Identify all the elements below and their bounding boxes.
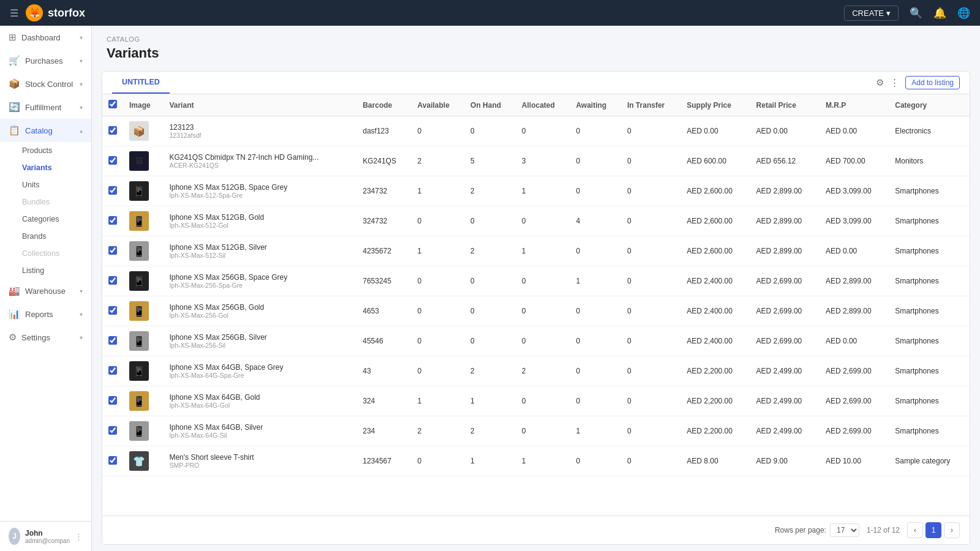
sidebar-item-catalog[interactable]: 📋 Catalog ▴	[0, 119, 91, 142]
in-transfer: 0	[621, 326, 680, 356]
row-checkbox-11[interactable]	[108, 456, 117, 465]
create-button[interactable]: CREATE ▾	[844, 6, 899, 21]
retail-price: AED 2,499.00	[750, 386, 820, 416]
row-checkbox-8[interactable]	[108, 366, 117, 375]
mrp: AED 3,099.00	[820, 176, 889, 206]
row-checkbox-4[interactable]	[108, 246, 117, 255]
content-header: CATALOG Variants	[92, 26, 980, 65]
menu-icon[interactable]: ☰	[10, 7, 18, 19]
sidebar-item-label: Fulfillment	[25, 103, 61, 112]
available: 0	[412, 206, 464, 236]
sidebar-sub-categories[interactable]: Categories	[22, 211, 91, 228]
filter-icon[interactable]: ⚙	[876, 77, 884, 88]
sidebar-item-reports[interactable]: 📊 Reports ▾	[0, 302, 91, 326]
retail-price: AED 656.12	[750, 146, 820, 176]
table-row: 📱 Iphone XS Max 64GB, Silver Iph-XS-Max-…	[102, 416, 970, 446]
mrp: AED 2,699.00	[820, 356, 889, 386]
variant-sku: ACER-KG241QS	[169, 162, 350, 169]
chevron-icon: ▾	[80, 58, 83, 64]
sidebar-item-fulfillment[interactable]: 🔄 Fulfillment ▾	[0, 96, 91, 119]
table-row: 📱 Iphone XS Max 512GB, Silver Iph-XS-Max…	[102, 236, 970, 266]
on-hand: 5	[464, 146, 516, 176]
supply-price: AED 2,200.00	[680, 416, 750, 446]
table-row: 📱 Iphone XS Max 64GB, Space Grey Iph-XS-…	[102, 356, 970, 386]
on-hand: 0	[464, 326, 516, 356]
next-page-button[interactable]: ›	[944, 522, 960, 538]
in-transfer: 0	[621, 386, 680, 416]
supply-price: AED 8.00	[680, 446, 750, 476]
awaiting: 0	[570, 116, 621, 146]
product-image: 📱	[129, 181, 149, 201]
prev-page-button[interactable]: ‹	[907, 522, 923, 538]
awaiting: 0	[570, 296, 621, 326]
sidebar-item-settings[interactable]: ⚙ Settings ▾	[0, 326, 91, 349]
variant-sku: Iph-XS-Max-64G-Spa-Gre	[169, 372, 350, 379]
in-transfer: 0	[621, 446, 680, 476]
allocated: 1	[516, 176, 570, 206]
sidebar-item-stock-control[interactable]: 📦 Stock Control ▾	[0, 72, 91, 96]
more-options-icon[interactable]: ⋮	[890, 77, 899, 88]
barcode: 4653	[356, 296, 411, 326]
purchases-icon: 🛒	[9, 55, 20, 66]
globe-icon[interactable]: 🌐	[957, 7, 970, 20]
sidebar-sub-listing[interactable]: Listing	[22, 262, 91, 279]
row-checkbox-10[interactable]	[108, 426, 117, 435]
product-image: 📱	[129, 241, 149, 261]
topnav-right: CREATE ▾ 🔍 🔔 🌐	[844, 6, 970, 21]
supply-price: AED 2,600.00	[680, 236, 750, 266]
settings-icon: ⚙	[9, 332, 17, 343]
row-checkbox-9[interactable]	[108, 396, 117, 405]
row-checkbox-6[interactable]	[108, 306, 117, 315]
user-info: John admin@compan	[25, 529, 70, 544]
page-1-button[interactable]: 1	[925, 522, 941, 538]
row-checkbox-3[interactable]	[108, 216, 117, 225]
category: Smartphones	[889, 176, 970, 206]
sidebar-sub-units[interactable]: Units	[22, 176, 91, 193]
variant-name: 123123	[169, 123, 350, 132]
on-hand: 2	[464, 236, 516, 266]
bell-icon[interactable]: 🔔	[933, 7, 946, 20]
row-checkbox-1[interactable]	[108, 156, 117, 165]
barcode: 234732	[356, 176, 411, 206]
main-layout: ⊞ Dashboard ▾ 🛒 Purchases ▾ 📦 Stock Cont…	[0, 26, 980, 551]
sidebar-sub-products[interactable]: Products	[22, 142, 91, 159]
sidebar-item-dashboard[interactable]: ⊞ Dashboard ▾	[0, 26, 91, 49]
barcode: 7653245	[356, 266, 411, 296]
variant-sku: SMP-PRO	[169, 462, 350, 469]
sidebar-item-label: Stock Control	[25, 80, 73, 89]
category: Smartphones	[889, 266, 970, 296]
table-row: 🖥 KG241QS Cbmidpx TN 27-Inch HD Gaming..…	[102, 146, 970, 176]
row-checkbox-7[interactable]	[108, 336, 117, 345]
more-icon[interactable]: ⋮	[75, 532, 83, 541]
retail-price: AED 0.00	[750, 116, 820, 146]
sidebar-sub-brands[interactable]: Brands	[22, 228, 91, 245]
sidebar-item-warehouse[interactable]: 🏭 Warehouse ▾	[0, 279, 91, 302]
sidebar-user: J John admin@compan ⋮	[0, 521, 91, 551]
tab-untitled[interactable]: UNTITLED	[112, 72, 170, 94]
add-to-listing-button[interactable]: Add to listing	[905, 76, 960, 89]
chevron-up-icon: ▴	[80, 127, 83, 134]
mrp: AED 2,699.00	[820, 416, 889, 446]
retail-price: AED 2,899.00	[750, 236, 820, 266]
col-on-hand: On Hand	[464, 94, 516, 116]
sidebar-sub-variants[interactable]: Variants	[22, 159, 91, 176]
awaiting: 0	[570, 446, 621, 476]
available: 0	[412, 356, 464, 386]
retail-price: AED 9.00	[750, 446, 820, 476]
search-icon[interactable]: 🔍	[910, 7, 922, 20]
table-row: 👕 Men's Short sleeve T-shirt SMP-PRO 123…	[102, 446, 970, 476]
retail-price: AED 2,899.00	[750, 206, 820, 236]
table-actions: ⚙ ⋮ Add to listing	[876, 76, 960, 89]
chevron-icon: ▾	[80, 104, 83, 111]
rows-per-page-label: Rows per page:	[775, 526, 826, 534]
on-hand: 2	[464, 416, 516, 446]
row-checkbox-0[interactable]	[108, 126, 117, 135]
row-checkbox-2[interactable]	[108, 186, 117, 195]
product-image: 📱	[129, 391, 149, 411]
row-checkbox-5[interactable]	[108, 276, 117, 285]
select-all-checkbox[interactable]	[108, 100, 117, 108]
rows-per-page-select[interactable]: 17 25 50	[830, 523, 859, 537]
col-awaiting: Awaiting	[570, 94, 621, 116]
sidebar-item-purchases[interactable]: 🛒 Purchases ▾	[0, 49, 91, 72]
logo-icon: 🦊	[26, 4, 43, 21]
